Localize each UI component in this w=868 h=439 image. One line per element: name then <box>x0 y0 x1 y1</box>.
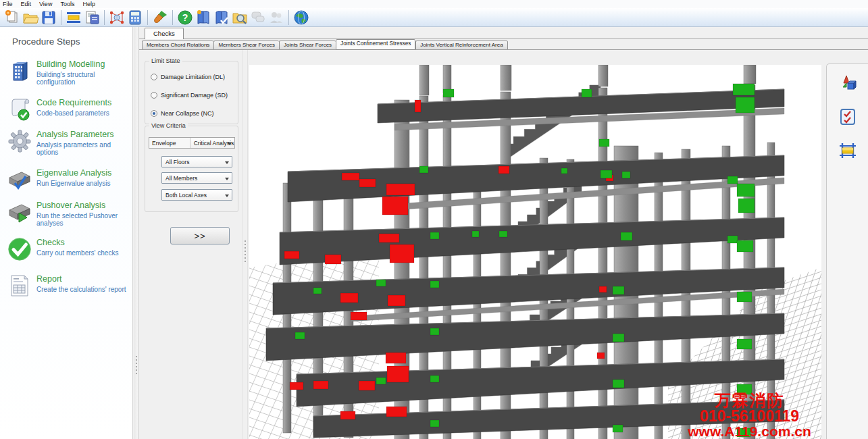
community-icon[interactable] <box>268 9 284 26</box>
menu-view[interactable]: View <box>39 1 52 7</box>
main-toolbar: ? <box>0 8 868 27</box>
limit-state-label: Limit State <box>149 57 182 64</box>
sub-tabstrip: Members Chord RotationsMembers Shear For… <box>142 39 508 50</box>
radio-significant-damage[interactable]: Significant Damage (SD) <box>151 92 228 99</box>
sidebar-item-report[interactable]: Report Create the calculations' report <box>5 273 130 301</box>
sidebar-title: Procedure Steps <box>12 36 80 47</box>
help-icon[interactable]: ? <box>177 9 193 26</box>
subtab-members-chord-rotations[interactable]: Members Chord Rotations <box>142 41 213 50</box>
sidebar-item-subtitle: Code-based parameters <box>36 109 109 117</box>
building-model-render <box>249 65 821 439</box>
report-doc-icon[interactable] <box>84 9 100 26</box>
checks-list-icon[interactable] <box>838 107 857 126</box>
example-search-icon[interactable] <box>232 9 248 26</box>
menubar: FileEditViewToolsHelp <box>0 0 868 8</box>
radio-near-collapse[interactable]: Near Collapse (NC) <box>151 110 214 117</box>
verified-book-icon[interactable] <box>213 9 230 26</box>
building-icon <box>7 58 32 84</box>
sidebar-item-title: Building Modelling <box>36 59 105 69</box>
main-area: Checks Members Chord RotationsMembers Sh… <box>139 27 868 439</box>
sidebar-item-title: Checks <box>36 238 65 247</box>
expand-panel-button[interactable]: >> <box>170 227 230 244</box>
open-project-icon[interactable] <box>22 9 39 26</box>
sidebar-item-subtitle: Run Eigenvalue analysis <box>36 180 111 187</box>
sidebar-item-title: Eigenvalue Analysis <box>36 168 111 178</box>
sidebar-splitter[interactable] <box>134 27 139 439</box>
procedure-steps-sidebar: Procedure Steps Building Modelling Build… <box>0 27 133 439</box>
toolbar-separator <box>61 10 61 25</box>
menu-help[interactable]: Help <box>82 1 95 7</box>
radio-label: Significant Damage (SD) <box>161 92 228 99</box>
splitter-handle[interactable] <box>245 240 246 264</box>
feedback-chat-icon[interactable] <box>250 9 266 26</box>
application-window: FileEditViewToolsHelp ? Procedure Steps … <box>0 0 868 439</box>
menu-tools[interactable]: Tools <box>60 1 74 7</box>
sidebar-item-subtitle: Create the calculations' report <box>36 286 126 293</box>
sidebar-item-subtitle: Run the selected Pushover analyses <box>36 212 130 227</box>
chevron-down-icon <box>225 195 229 197</box>
sidebar-item-analysis-parameters[interactable]: Analysis Parameters Analysis parameters … <box>5 128 130 157</box>
floors-select[interactable]: All Floors <box>161 156 232 167</box>
viewport-toolbar <box>826 63 868 439</box>
radio-dot[interactable] <box>151 92 157 99</box>
menu-file[interactable]: File <box>3 1 13 7</box>
sidebar-item-pushover-analysis[interactable]: Pushover Analysis Run the selected Pusho… <box>5 199 130 228</box>
sidebar-item-title: Pushover Analysis <box>36 201 105 210</box>
radio-dot[interactable] <box>151 110 157 117</box>
view-criteria-group: View Criteria Envelope Critical Analysis… <box>145 126 238 212</box>
members-select[interactable]: All Members <box>161 172 232 184</box>
splitter-handle[interactable] <box>136 356 137 376</box>
sidebar-item-code-requirements[interactable]: Code Requirements Code-based parameters <box>5 97 130 125</box>
sidebar-item-subtitle: Carry out members' checks <box>36 249 118 257</box>
subtab-joints-confinement-stresses[interactable]: Joints Confinement Stresses <box>336 39 415 50</box>
pushover-icon <box>7 199 32 225</box>
sidebar-item-title: Analysis Parameters <box>36 130 114 139</box>
toolbar-separator <box>288 10 289 25</box>
report-icon <box>7 273 32 299</box>
scroll-check-icon <box>7 97 32 122</box>
sidebar-item-title: Code Requirements <box>36 98 111 107</box>
save-project-icon[interactable] <box>41 9 57 26</box>
eigenvalue-icon <box>7 167 32 192</box>
toolbar-separator <box>172 10 173 25</box>
envelope-cell[interactable]: Envelope <box>149 138 190 148</box>
sidebar-item-checks[interactable]: Checks Carry out members' checks <box>5 236 130 265</box>
manual-book-icon[interactable] <box>195 9 211 26</box>
radio-label: Near Collapse (NC) <box>161 110 214 117</box>
chevron-down-icon <box>225 178 229 180</box>
menu-edit[interactable]: Edit <box>21 1 32 7</box>
subtab-joints-shear-forces[interactable]: Joints Shear Forces <box>279 41 336 50</box>
frame-view-icon[interactable] <box>838 141 857 160</box>
radio-label: Damage Limitation (DL) <box>161 74 225 80</box>
model-3d-icon[interactable] <box>109 9 125 26</box>
model-3d-viewport[interactable]: 万霖消防 010-56100119 www.A119.com.cn <box>249 65 821 439</box>
format-brush-icon[interactable] <box>152 9 168 26</box>
tab-checks[interactable]: Checks <box>145 28 184 39</box>
sidebar-item-title: Report <box>36 274 62 284</box>
website-globe-icon[interactable] <box>293 9 309 26</box>
display-3d-icon[interactable] <box>838 74 857 93</box>
toolbar-separator <box>147 10 148 25</box>
sidebar-item-building-modelling[interactable]: Building Modelling Building's structural… <box>5 58 130 86</box>
main-tabstrip: Checks <box>139 28 868 39</box>
sidebar-item-subtitle: Analysis parameters and options <box>36 141 130 156</box>
limit-state-group: Limit State Damage Limitation (DL) Signi… <box>145 61 238 124</box>
calculator-icon[interactable] <box>127 9 143 26</box>
analysis-select[interactable]: Critical Analysis <box>190 138 234 148</box>
subtab-joints-vertical-reinforcement-area[interactable]: Joints Vertical Reinforcement Area <box>415 41 507 50</box>
subtab-members-shear-forces[interactable]: Members Shear Forces <box>213 41 279 50</box>
checks-icon <box>7 236 32 262</box>
view-criteria-label: View Criteria <box>149 122 188 129</box>
frame-section-icon[interactable] <box>66 9 82 26</box>
panel-splitter[interactable] <box>242 50 248 439</box>
new-project-icon[interactable] <box>4 9 20 26</box>
sidebar-item-eigenvalue-analysis[interactable]: Eigenvalue Analysis Run Eigenvalue analy… <box>5 167 130 195</box>
radio-dot[interactable] <box>151 74 157 80</box>
svg-text:?: ? <box>182 12 188 23</box>
radio-damage-limitation[interactable]: Damage Limitation (DL) <box>151 74 225 80</box>
sidebar-item-subtitle: Building's structural configuration <box>36 71 130 86</box>
envelope-row: Envelope Critical Analysis <box>149 137 235 149</box>
chevron-down-icon <box>225 161 229 164</box>
axes-select[interactable]: Both Local Axes <box>161 189 232 201</box>
gear-icon <box>7 128 32 154</box>
